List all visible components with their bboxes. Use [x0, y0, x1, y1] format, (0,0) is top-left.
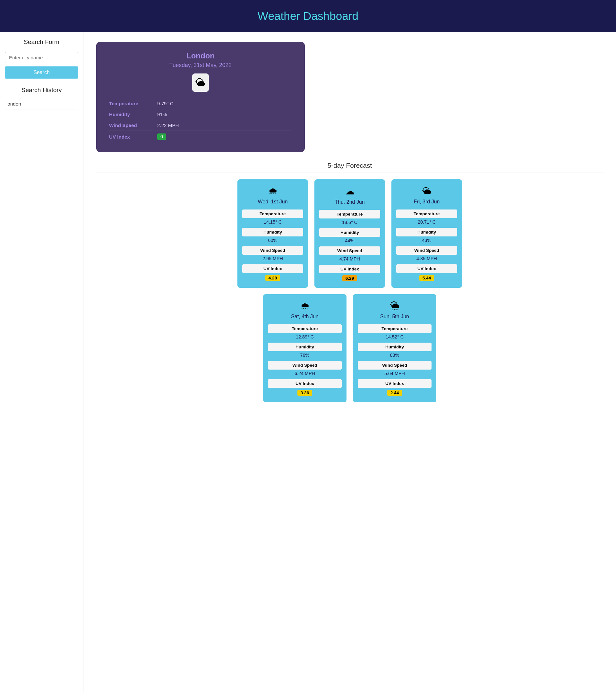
forecast-temp-label-4: Temperature	[358, 324, 431, 333]
temperature-value: 9.79° C	[157, 101, 174, 106]
forecast-card-4: 🌦 Sun, 5th Jun Temperature 14.52° C Humi…	[353, 294, 436, 402]
current-city: London	[109, 51, 292, 60]
humidity-label: Humidity	[109, 112, 157, 117]
forecast-humidity-label-0: Humidity	[242, 228, 303, 236]
forecast-icon-0: 🌧	[242, 186, 303, 196]
forecast-wind-value-0: 2.95 MPH	[242, 256, 303, 261]
forecast-humidity-value-4: 83%	[358, 352, 431, 358]
forecast-wind-label-3: Wind Speed	[268, 361, 342, 370]
forecast-wind-value-2: 4.85 MPH	[396, 256, 457, 261]
forecast-day-0: Wed, 1st Jun	[242, 199, 303, 205]
forecast-temp-value-3: 12.89° C	[268, 334, 342, 340]
forecast-humidity-label-4: Humidity	[358, 343, 431, 351]
app-title: Weather Dashboard	[9, 9, 607, 22]
uv-index-badge: 0	[157, 133, 166, 140]
temperature-row: Temperature 9.79° C	[109, 98, 292, 109]
current-weather-card: London Tuesday, 31st May, 2022 🌥 Tempera…	[96, 42, 305, 152]
forecast-card-0: 🌧 Wed, 1st Jun Temperature 14.15° C Humi…	[237, 179, 308, 288]
forecast-uv-label-0: UV Index	[242, 264, 303, 273]
forecast-wind-value-3: 6.24 MPH	[268, 371, 342, 376]
forecast-temp-value-0: 14.15° C	[242, 219, 303, 224]
forecast-card-2: 🌥 Fri, 3rd Jun Temperature 20.71° C Humi…	[391, 179, 462, 288]
forecast-day-3: Sat, 4th Jun	[268, 314, 342, 320]
forecast-humidity-label-2: Humidity	[396, 228, 457, 236]
history-item[interactable]: london	[5, 99, 78, 109]
current-weather-icon-container: 🌥	[109, 73, 292, 92]
forecast-uv-container-3: 3.36	[268, 389, 342, 396]
wind-speed-row: Wind Speed 2.22 MPH	[109, 120, 292, 131]
forecast-wind-value-1: 4.74 MPH	[319, 256, 380, 261]
main-content: London Tuesday, 31st May, 2022 🌥 Tempera…	[83, 32, 616, 692]
forecast-uv-container-0: 4.28	[242, 274, 303, 281]
forecast-wind-value-4: 5.64 MPH	[358, 371, 431, 376]
forecast-icon-1: ☁	[319, 186, 380, 197]
history-title: Search History	[5, 87, 78, 94]
forecast-temp-label-3: Temperature	[268, 324, 342, 333]
forecast-day-1: Thu, 2nd Jun	[319, 199, 380, 205]
uv-index-row: UV Index 0	[109, 131, 292, 143]
forecast-uv-badge-4: 2.44	[387, 390, 402, 396]
forecast-uv-container-1: 6.29	[319, 275, 380, 281]
sidebar: Search Form Search Search History london	[0, 32, 83, 692]
forecast-temp-value-1: 18.6° C	[319, 220, 380, 225]
forecast-humidity-value-2: 43%	[396, 238, 457, 243]
forecast-uv-badge-0: 4.28	[265, 275, 280, 281]
forecast-wind-label-4: Wind Speed	[358, 361, 431, 370]
forecast-uv-label-2: UV Index	[396, 264, 457, 273]
forecast-humidity-label-1: Humidity	[319, 228, 380, 237]
humidity-row: Humidity 91%	[109, 109, 292, 120]
temperature-label: Temperature	[109, 101, 157, 106]
main-layout: Search Form Search Search History london…	[0, 32, 616, 692]
uv-index-value: 0	[157, 133, 166, 140]
forecast-temp-value-2: 20.71° C	[396, 219, 457, 224]
forecast-card-3: 🌧 Sat, 4th Jun Temperature 12.89° C Humi…	[263, 294, 346, 402]
forecast-temp-label-1: Temperature	[319, 210, 380, 218]
forecast-row-bottom: 🌧 Sat, 4th Jun Temperature 12.89° C Humi…	[96, 294, 603, 402]
forecast-uv-container-4: 2.44	[358, 389, 431, 396]
forecast-wind-label-0: Wind Speed	[242, 246, 303, 255]
search-form-title: Search Form	[5, 39, 78, 46]
forecast-humidity-value-3: 76%	[268, 352, 342, 358]
current-date: Tuesday, 31st May, 2022	[109, 62, 292, 69]
forecast-day-4: Sun, 5th Jun	[358, 314, 431, 320]
forecast-uv-badge-1: 6.29	[342, 275, 357, 281]
forecast-title: 5-day Forecast	[96, 162, 603, 173]
forecast-uv-badge-3: 3.36	[297, 390, 312, 396]
forecast-humidity-label-3: Humidity	[268, 343, 342, 351]
forecast-wind-label-2: Wind Speed	[396, 246, 457, 255]
forecast-temp-label-2: Temperature	[396, 210, 457, 218]
forecast-row-top: 🌧 Wed, 1st Jun Temperature 14.15° C Humi…	[96, 179, 603, 288]
search-button[interactable]: Search	[5, 66, 78, 79]
forecast-temp-value-4: 14.52° C	[358, 334, 431, 340]
uv-index-label: UV Index	[109, 134, 157, 139]
wind-speed-label: Wind Speed	[109, 123, 157, 128]
humidity-value: 91%	[157, 112, 167, 117]
forecast-temp-label-0: Temperature	[242, 210, 303, 218]
forecast-humidity-value-0: 60%	[242, 238, 303, 243]
forecast-uv-container-2: 5.44	[396, 274, 457, 281]
forecast-wind-label-1: Wind Speed	[319, 246, 380, 255]
forecast-uv-badge-2: 5.44	[419, 275, 434, 281]
forecast-icon-4: 🌦	[358, 301, 431, 311]
search-input[interactable]	[5, 52, 78, 63]
forecast-uv-label-4: UV Index	[358, 379, 431, 388]
forecast-icon-2: 🌥	[396, 186, 457, 196]
forecast-uv-label-1: UV Index	[319, 265, 380, 273]
forecast-icon-3: 🌧	[268, 301, 342, 311]
wind-speed-value: 2.22 MPH	[157, 123, 179, 128]
forecast-card-1: ☁ Thu, 2nd Jun Temperature 18.6° C Humid…	[314, 179, 385, 288]
app-header: Weather Dashboard	[0, 0, 616, 32]
forecast-uv-label-3: UV Index	[268, 379, 342, 388]
forecast-day-2: Fri, 3rd Jun	[396, 199, 457, 205]
current-weather-icon: 🌥	[192, 73, 209, 92]
forecast-humidity-value-1: 44%	[319, 238, 380, 243]
